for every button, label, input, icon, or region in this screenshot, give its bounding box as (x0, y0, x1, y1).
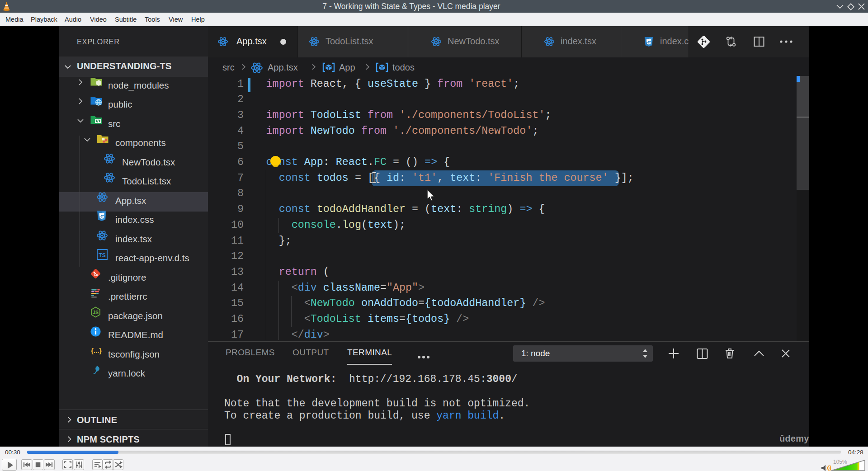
svg-text:TS: TS (99, 252, 105, 259)
svg-text:JS: JS (93, 310, 99, 315)
svg-text:{...}: {...} (91, 347, 102, 354)
